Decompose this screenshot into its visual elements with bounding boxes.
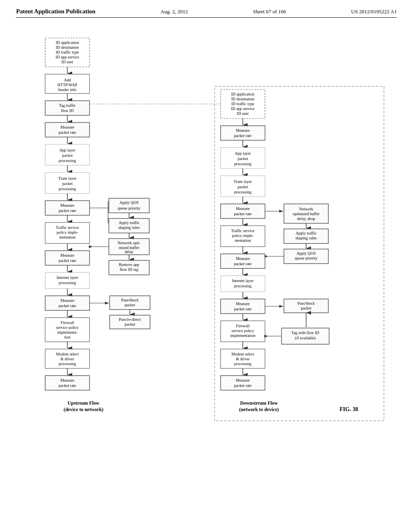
svg-text:FIG. 38: FIG. 38 xyxy=(340,406,358,412)
svg-text:packet rate: packet rate xyxy=(234,133,252,138)
svg-text:packet rate: packet rate xyxy=(58,208,76,213)
svg-text:Internet layer: Internet layer xyxy=(56,275,78,280)
svg-text:Remove app: Remove app xyxy=(119,262,139,267)
svg-text:packet rate: packet rate xyxy=(234,212,252,216)
diagram: ID application ID destination ID traffic… xyxy=(17,30,396,493)
svg-text:processing: processing xyxy=(59,158,76,163)
svg-text:Traffic service: Traffic service xyxy=(56,225,79,230)
svg-text:Network opti-: Network opti- xyxy=(118,241,140,245)
svg-text:packet: packet xyxy=(238,185,248,189)
svg-text:packet rate: packet rate xyxy=(58,303,76,308)
svg-text:service policy: service policy xyxy=(232,328,254,333)
svg-text:(if available): (if available) xyxy=(295,336,315,341)
svg-text:Add: Add xyxy=(64,78,71,82)
svg-text:tion: tion xyxy=(64,335,71,339)
svg-text:flow ID: flow ID xyxy=(61,108,73,113)
svg-text:Measure: Measure xyxy=(60,203,75,208)
svg-text:(network to device): (network to device) xyxy=(239,407,279,412)
sheet-info: Sheet 67 of 106 xyxy=(253,8,286,15)
svg-text:header info: header info xyxy=(58,87,76,92)
svg-text:ID user: ID user xyxy=(237,111,249,116)
svg-text:processing: processing xyxy=(59,281,76,285)
svg-text:Internet layer: Internet layer xyxy=(232,278,254,283)
svg-text:Firewall: Firewall xyxy=(236,324,250,328)
svg-text:processing: processing xyxy=(234,190,252,194)
svg-text:processing: processing xyxy=(234,162,252,166)
svg-text:ID application: ID application xyxy=(56,40,79,45)
svg-text:Modem select: Modem select xyxy=(56,352,79,356)
svg-text:implementa-: implementa- xyxy=(57,330,78,335)
svg-text:Downstream Flow: Downstream Flow xyxy=(240,400,278,406)
svg-text:shaping rules: shaping rules xyxy=(295,236,317,240)
svg-text:mentation: mentation xyxy=(235,238,251,243)
svg-text:ID app service: ID app service xyxy=(56,55,79,59)
svg-text:processing: processing xyxy=(59,362,76,366)
svg-text:packet rate: packet rate xyxy=(58,383,76,388)
svg-text:Tag traffic: Tag traffic xyxy=(59,103,76,108)
svg-text:policy imple-: policy imple- xyxy=(232,233,254,238)
svg-text:packet rate: packet rate xyxy=(58,258,76,263)
svg-text:Upstream Flow: Upstream Flow xyxy=(68,400,100,406)
svg-text:queue priority: queue priority xyxy=(295,256,317,260)
svg-text:ID traffic type: ID traffic type xyxy=(56,50,79,54)
svg-text:App layer: App layer xyxy=(235,151,251,156)
svg-text:optimized buffer: optimized buffer xyxy=(293,212,320,216)
svg-text:Measure: Measure xyxy=(60,125,75,129)
svg-text:implementation: implementation xyxy=(230,333,256,338)
svg-text:Pass/block: Pass/block xyxy=(121,298,139,302)
patent-number: US 2012/0195222 A1 xyxy=(351,8,397,15)
svg-text:ID destination: ID destination xyxy=(232,97,254,101)
svg-text:packet rate: packet rate xyxy=(234,383,252,388)
svg-text:ID destination: ID destination xyxy=(56,45,79,50)
svg-text:Measure: Measure xyxy=(60,298,75,303)
svg-text:processing: processing xyxy=(234,284,252,288)
publication-date: Aug. 2, 2012 xyxy=(161,8,188,15)
svg-text:packet: packet xyxy=(125,303,135,307)
svg-text:Apply QOS: Apply QOS xyxy=(296,251,316,256)
svg-text:service policy: service policy xyxy=(56,325,79,330)
svg-text:shaping rules: shaping rules xyxy=(118,225,140,230)
svg-text:packet: packet xyxy=(125,322,135,326)
svg-text:App layer: App layer xyxy=(59,148,75,152)
svg-text:Tag with flow ID: Tag with flow ID xyxy=(291,330,319,335)
publication-title: Patent Application Publication xyxy=(16,8,96,15)
svg-text:ID application: ID application xyxy=(231,92,254,96)
svg-text:packet: packet xyxy=(62,181,73,186)
svg-text:Modem select: Modem select xyxy=(232,352,254,356)
svg-text:Measure: Measure xyxy=(236,206,250,211)
svg-text:Apply QOS: Apply QOS xyxy=(119,200,139,205)
svg-text:Apply traffic: Apply traffic xyxy=(119,220,140,225)
svg-text:Measure: Measure xyxy=(236,256,250,261)
svg-text:& driver: & driver xyxy=(236,357,250,361)
svg-text:flow ID tag: flow ID tag xyxy=(120,267,138,272)
svg-text:Measure: Measure xyxy=(236,301,250,306)
svg-text:Pass/block: Pass/block xyxy=(298,301,315,305)
svg-text:Traffic service: Traffic service xyxy=(231,229,255,233)
svg-text:packet rate: packet rate xyxy=(234,262,252,266)
svg-text:packet: packet xyxy=(238,156,248,161)
svg-text:ID user: ID user xyxy=(61,60,73,64)
header: Patent Application Publication Aug. 2, 2… xyxy=(16,8,397,18)
svg-text:queue priority: queue priority xyxy=(118,206,140,210)
svg-text:delay, drop: delay, drop xyxy=(297,216,315,221)
svg-text:processing: processing xyxy=(59,187,76,191)
svg-text:packet rate: packet rate xyxy=(234,307,252,311)
svg-text:ID app service: ID app service xyxy=(231,106,255,111)
svg-text:Firewall: Firewall xyxy=(60,320,74,325)
svg-text:packet rate: packet rate xyxy=(58,130,76,135)
svg-text:Network: Network xyxy=(299,207,313,211)
svg-text:processing: processing xyxy=(234,362,252,366)
svg-text:Measure: Measure xyxy=(60,253,75,258)
svg-text:Trans layer: Trans layer xyxy=(58,176,77,181)
page: Patent Application Publication Aug. 2, 2… xyxy=(0,0,413,532)
svg-text:Measure: Measure xyxy=(236,128,250,133)
svg-text:(device to network): (device to network) xyxy=(64,407,104,412)
svg-text:mentation: mentation xyxy=(59,235,75,239)
svg-text:ID traffic type: ID traffic type xyxy=(231,102,254,106)
svg-text:Measure: Measure xyxy=(60,378,75,382)
svg-text:policy imple-: policy imple- xyxy=(56,230,78,235)
svg-text:packet: packet xyxy=(301,306,311,310)
svg-text:Measure: Measure xyxy=(236,378,250,382)
svg-text:delay: delay xyxy=(125,249,133,254)
svg-text:Pass/re-direct: Pass/re-direct xyxy=(119,317,141,322)
